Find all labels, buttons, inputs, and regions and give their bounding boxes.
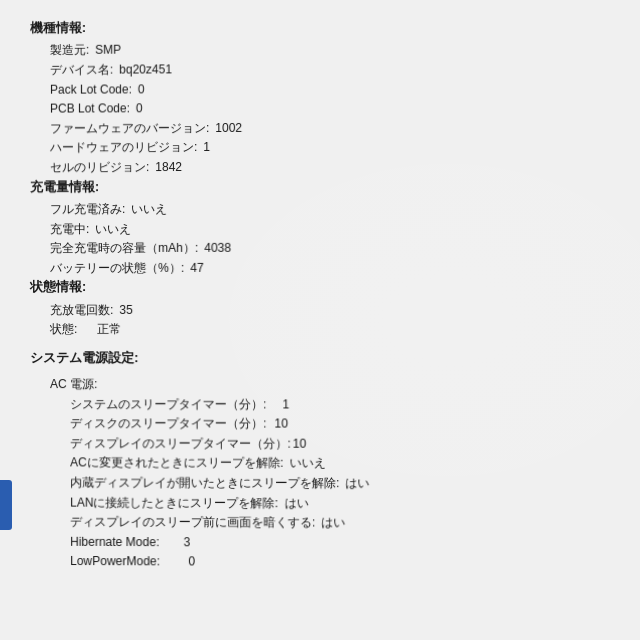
- field-full-charge: フル充電済み: いいえ: [50, 199, 614, 219]
- field-hibernate-mode: Hibernate Mode: 3: [70, 533, 617, 554]
- content-area: 機種情報: 製造元: SMP デバイス名: bq20z451 Pack Lot …: [20, 0, 638, 640]
- field-dim-display: ディスプレイのスリープ前に画面を暗くする: はい: [70, 513, 617, 533]
- field-charging: 充電中: いいえ: [50, 219, 614, 238]
- status-info-header: 状態情報:: [30, 278, 615, 300]
- field-manufacturer: 製造元: SMP: [50, 39, 613, 60]
- field-pcb-lot: PCB Lot Code: 0: [50, 98, 613, 118]
- field-cell: セルのリビジョン: 1842: [50, 157, 614, 177]
- field-hardware: ハードウェアのリビジョン: 1: [50, 137, 614, 157]
- field-device-name: デバイス名: bq20z451: [50, 59, 613, 80]
- field-disk-sleep: ディスクのスリープタイマー（分）: 10: [70, 414, 616, 434]
- ac-power-header: AC 電源:: [50, 375, 616, 394]
- field-cycle-count: 充放電回数: 35: [50, 300, 615, 319]
- field-battery-percent: バッテリーの状態（%）: 47: [50, 258, 615, 277]
- ac-power-fields: システムのスリープタイマー（分）: 1 ディスクのスリープタイマー（分）: 10…: [50, 395, 617, 573]
- field-low-power-mode: LowPowerMode: 0: [70, 552, 617, 573]
- status-info-fields: 充放電回数: 35 状態: 正常: [30, 300, 615, 339]
- screen: 機種情報: 製造元: SMP デバイス名: bq20z451 Pack Lot …: [0, 0, 640, 640]
- field-system-sleep: システムのスリープタイマー（分）: 1: [70, 395, 616, 414]
- charge-info-fields: フル充電済み: いいえ 充電中: いいえ 完全充電時の容量（mAh）: 4038…: [30, 199, 615, 277]
- field-wake-on-ac: ACに変更されたときにスリープを解除: いいえ: [70, 454, 616, 474]
- device-info-fields: 製造元: SMP デバイス名: bq20z451 Pack Lot Code: …: [30, 39, 614, 177]
- charge-info-header: 充電量情報:: [30, 177, 614, 200]
- field-capacity: 完全充電時の容量（mAh）: 4038: [50, 239, 614, 258]
- field-wake-on-lid: 内蔵ディスプレイが開いたときにスリープを解除: はい: [70, 473, 616, 493]
- field-condition: 状態: 正常: [50, 320, 615, 339]
- device-info-header: 機種情報:: [30, 17, 613, 41]
- field-pack-lot: Pack Lot Code: 0: [50, 78, 613, 98]
- field-display-sleep: ディスプレイのスリープタイマー（分）: 10: [70, 434, 616, 454]
- blue-bar-accent: [0, 480, 12, 530]
- field-firmware: ファームウェアのバージョン: 1002: [50, 118, 613, 138]
- field-wake-on-lan: LANに接続したときにスリープを解除: はい: [70, 493, 617, 513]
- ac-power-section: AC 電源: システムのスリープタイマー（分）: 1 ディスクのスリープタイマー…: [30, 375, 617, 573]
- power-settings-header: システム電源設定:: [30, 348, 615, 371]
